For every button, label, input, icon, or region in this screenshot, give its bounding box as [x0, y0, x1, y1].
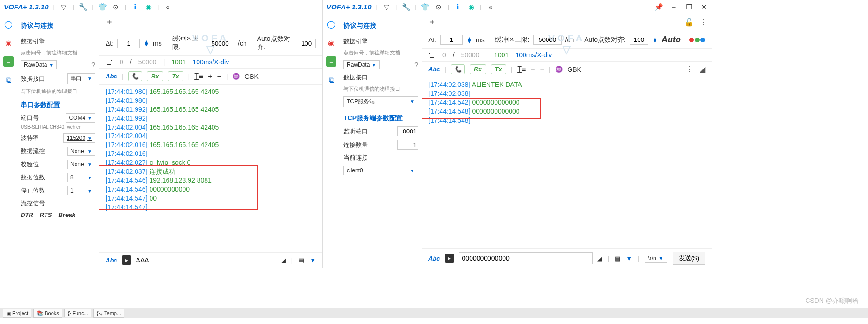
- abc-input-toggle[interactable]: Abc: [106, 257, 117, 264]
- fingerprint-icon[interactable]: ◉: [467, 3, 475, 11]
- tx-button[interactable]: Tx: [168, 71, 183, 81]
- sig-dtr[interactable]: DTR: [21, 211, 33, 218]
- task-project[interactable]: ▣ Project: [3, 309, 31, 318]
- unlock-icon[interactable]: 🔓: [685, 18, 694, 27]
- nav-icon[interactable]: ▽: [60, 3, 68, 11]
- abc-input-toggle[interactable]: Abc: [428, 255, 440, 262]
- nav-icon[interactable]: ▽: [382, 3, 391, 11]
- help-icon[interactable]: ?: [91, 61, 95, 69]
- auto-input[interactable]: [630, 35, 648, 45]
- send-input[interactable]: [459, 252, 593, 264]
- port-select[interactable]: COM4▼: [66, 113, 95, 123]
- minus-icon[interactable]: −: [217, 72, 221, 81]
- send-mode-icon[interactable]: ▸: [445, 254, 454, 263]
- record-icon[interactable]: ◉: [3, 38, 14, 48]
- menu-icon[interactable]: ≡: [326, 56, 336, 67]
- menu-icon[interactable]: ≡: [3, 56, 14, 67]
- target-icon[interactable]: ⊙: [112, 3, 120, 11]
- circle-icon[interactable]: ◯: [326, 19, 336, 29]
- copy-icon[interactable]: ⧉: [3, 75, 14, 85]
- chevron-left-icon[interactable]: «: [163, 3, 172, 11]
- send-mode-icon[interactable]: ▸: [122, 255, 131, 265]
- abc-toggle[interactable]: Abc: [428, 66, 440, 73]
- minimize-button[interactable]: −: [670, 3, 678, 11]
- listen-port-input[interactable]: [397, 126, 418, 136]
- send-input[interactable]: [136, 256, 230, 264]
- trash-icon[interactable]: 🗑: [106, 58, 113, 66]
- add-tab-button[interactable]: +: [426, 17, 438, 28]
- wrench-icon[interactable]: 🔧: [402, 3, 410, 11]
- auto-tag: Auto: [662, 35, 681, 45]
- interface-select[interactable]: 串口▼: [67, 73, 95, 84]
- help-icon[interactable]: ?: [414, 61, 418, 69]
- minus-icon[interactable]: −: [540, 65, 544, 74]
- params-row: Δt: ▲▼ ms 缓冲区上限: /ch Auto点数对齐: ▲▼ Auto: [422, 31, 712, 48]
- engine-select[interactable]: RawData▼: [21, 60, 57, 69]
- more-icon[interactable]: ⋮: [700, 18, 707, 27]
- task-books[interactable]: 📚 Books: [33, 309, 62, 318]
- task-func[interactable]: {} Func...: [64, 309, 91, 317]
- conn-count-input[interactable]: [397, 140, 418, 150]
- textsize-icon[interactable]: T≡: [194, 72, 203, 81]
- encoding-label[interactable]: GBK: [567, 66, 581, 73]
- add-tab-button[interactable]: +: [104, 17, 115, 28]
- tcp-select[interactable]: TCP服务端▼: [343, 96, 418, 107]
- flow-select[interactable]: None▼: [67, 147, 95, 156]
- trash-icon[interactable]: 🗑: [428, 51, 436, 59]
- plus-icon[interactable]: +: [531, 65, 535, 74]
- phone-icon[interactable]: 📞: [451, 64, 465, 74]
- sig-rts[interactable]: RTS: [40, 211, 52, 218]
- task-temp[interactable]: {}₊ Temp...: [93, 309, 124, 318]
- copy-icon[interactable]: ⧉: [326, 75, 336, 85]
- list-icon[interactable]: ▤: [298, 257, 304, 264]
- wave-icon[interactable]: ♒: [555, 66, 563, 73]
- log-area-right[interactable]: [17:44:02.038] ALIENTEK DATA[17:44:02.03…: [422, 77, 712, 248]
- rx-button[interactable]: Rx: [147, 71, 163, 81]
- parity-select[interactable]: None▼: [67, 160, 95, 169]
- more-icon[interactable]: ⋮: [685, 65, 693, 74]
- chevron-left-icon[interactable]: «: [486, 3, 495, 11]
- info-icon[interactable]: ℹ: [131, 3, 139, 11]
- encoding-label[interactable]: GBK: [244, 73, 259, 80]
- circle-icon[interactable]: ◯: [3, 19, 14, 29]
- list-icon[interactable]: ▤: [615, 255, 620, 262]
- wrench-icon[interactable]: 🔧: [79, 3, 87, 11]
- databits-select[interactable]: 8▼: [67, 173, 95, 182]
- spin-icon[interactable]: ▲▼: [144, 40, 149, 46]
- abc-toggle[interactable]: Abc: [106, 73, 117, 80]
- info-icon[interactable]: ℹ: [454, 3, 462, 11]
- phone-icon[interactable]: 📞: [128, 71, 142, 81]
- target-icon[interactable]: ⊙: [434, 3, 443, 11]
- fingerprint-icon[interactable]: ◉: [144, 3, 152, 11]
- eraser-icon[interactable]: ◢: [597, 255, 602, 262]
- engine-select[interactable]: RawData▼: [343, 60, 380, 69]
- baud-select[interactable]: 115200▼: [63, 133, 95, 143]
- dt-input[interactable]: [440, 35, 463, 45]
- stopbits-select[interactable]: 1▼: [67, 186, 95, 195]
- shirt-icon[interactable]: 👕: [99, 3, 107, 11]
- maximize-button[interactable]: ☐: [685, 3, 693, 11]
- log-area-left[interactable]: [17:44:01.980] 165.165.165.165 42405[17:…: [99, 85, 322, 252]
- auto-input[interactable]: [297, 39, 316, 48]
- record-icon[interactable]: ◉: [326, 38, 336, 48]
- eraser-icon[interactable]: ◢: [700, 65, 705, 74]
- client-select[interactable]: client0▼: [343, 166, 418, 175]
- close-button[interactable]: ✕: [700, 3, 708, 11]
- textsize-icon[interactable]: T≡: [517, 65, 526, 74]
- shirt-icon[interactable]: 👕: [421, 3, 430, 11]
- rgb-dots-icon[interactable]: [689, 38, 705, 42]
- tx-button[interactable]: Tx: [491, 64, 506, 74]
- rate-link[interactable]: 100ms/X-div: [515, 51, 552, 59]
- buf-input[interactable]: [533, 35, 562, 45]
- sig-break[interactable]: Break: [58, 211, 75, 218]
- rate-link[interactable]: 100ms/X-div: [192, 58, 229, 66]
- send-button[interactable]: 发送(S): [673, 252, 705, 265]
- wave-icon[interactable]: ♒: [232, 73, 240, 80]
- dt-input[interactable]: [117, 39, 140, 48]
- rx-button[interactable]: Rx: [470, 64, 486, 74]
- pin-icon[interactable]: 📌: [655, 3, 663, 11]
- buf-input[interactable]: [206, 39, 234, 48]
- newline-select[interactable]: \r\n▼: [645, 254, 667, 263]
- plus-icon[interactable]: +: [208, 72, 212, 81]
- eraser-icon[interactable]: ◢: [281, 257, 286, 264]
